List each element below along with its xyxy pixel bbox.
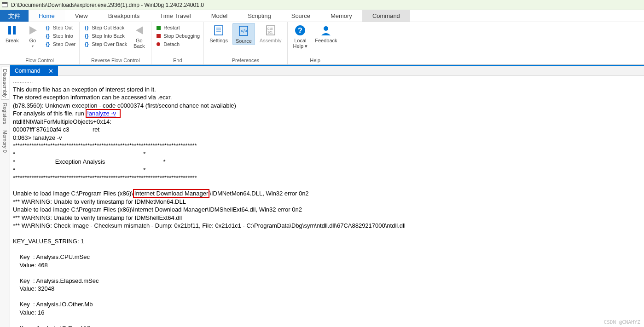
step-over-icon: {} [45,41,51,47]
tab-scripting[interactable]: Scripting [238,10,281,22]
tab-view[interactable]: View [65,10,98,22]
step-out-icon: {} [45,24,51,31]
svg-text:</>: </> [241,29,248,34]
svg-point-17 [324,26,328,31]
step-over-back-icon: {} [83,41,90,47]
command-panel: Command ✕ ............ This dump file ha… [10,65,644,327]
svg-marker-4 [29,26,37,34]
close-icon[interactable]: ✕ [48,68,53,75]
side-tab-strip: Disassembly Registers Memory 0 [0,65,10,327]
source-icon: </> [237,24,250,37]
pause-icon [6,24,18,37]
group-preferences: Settings </> Source 010101 Assembly Pref… [204,22,287,64]
step-over-back-button[interactable]: {}Step Over Back [82,40,128,48]
stop-icon [155,33,162,39]
tab-source[interactable]: Source [281,10,320,22]
svg-text:?: ? [298,27,302,34]
break-button[interactable]: Break [3,23,22,44]
go-back-button[interactable]: Go Back [130,23,148,50]
source-button[interactable]: </> Source [232,23,255,45]
svg-marker-5 [136,26,143,34]
step-into-button[interactable]: {}Step Into [44,32,77,40]
play-back-icon [133,24,145,37]
step-into-back-icon: {} [83,33,90,39]
workspace: Disassembly Registers Memory 0 Command ✕… [0,65,644,327]
ribbon-tabs: 文件 Home View Breakpoints Time Travel Mod… [0,10,644,22]
step-into-icon: {} [45,33,51,39]
stop-debugging-button[interactable]: Stop Debugging [154,32,201,40]
detach-icon [155,41,162,47]
feedback-icon [319,24,332,37]
watermark: CSDN @CNAHYZ [604,319,640,325]
tab-time-travel[interactable]: Time Travel [150,10,201,22]
svg-rect-3 [13,26,16,34]
tab-command[interactable]: Command [362,10,410,22]
step-into-back-button[interactable]: {}Step Into Back [82,32,128,40]
highlight-idm: Internet Download Manager [133,189,209,198]
help-icon: ? [294,24,307,37]
chevron-down-icon: ▾ [32,44,34,48]
restart-icon [155,24,162,31]
command-panel-header: Command ✕ [10,66,644,76]
step-over-button[interactable]: {}Step Over [44,40,77,48]
tab-home[interactable]: Home [29,10,65,22]
tab-model[interactable]: Model [201,10,238,22]
step-out-button[interactable]: {}Step Out [44,24,77,31]
svg-rect-1 [2,2,7,4]
step-out-back-icon: {} [83,24,90,31]
window-title: D:\Documents\Downloads\explorer.exe.2936… [11,2,204,8]
analyze-link[interactable]: !analyze -v [87,110,116,117]
tab-breakpoints[interactable]: Breakpoints [98,10,150,22]
tab-memory[interactable]: Memory [320,10,362,22]
side-tab-registers[interactable]: Registers [1,101,9,126]
group-help: ? Local Help ▾ Feedback Help [288,22,343,64]
title-bar: D:\Documents\Downloads\explorer.exe.2936… [0,0,644,10]
local-help-button[interactable]: ? Local Help ▾ [290,23,311,50]
settings-button[interactable]: Settings [207,23,231,44]
ribbon: Break Go ▾ {}Step Out {}Step Into {}Step… [0,22,644,65]
step-out-back-button[interactable]: {}Step Out Back [82,24,128,31]
side-tab-memory0[interactable]: Memory 0 [1,128,9,155]
tab-file[interactable]: 文件 [0,10,29,22]
assembly-button[interactable]: 010101 Assembly [257,23,284,44]
group-end: Restart Stop Debugging Detach End [151,22,204,64]
restart-button[interactable]: Restart [154,24,201,31]
play-icon [26,24,39,37]
assembly-icon: 010101 [264,24,277,37]
svg-text:010: 010 [267,27,273,30]
settings-icon [212,24,225,37]
svg-rect-2 [8,26,11,34]
command-panel-title: Command [15,68,40,74]
svg-text:101: 101 [267,31,273,34]
command-panel-tab[interactable]: Command ✕ [10,66,58,76]
command-output[interactable]: ............ This dump file has an excep… [10,76,644,327]
app-icon [2,2,8,8]
side-tab-disassembly[interactable]: Disassembly [1,67,9,100]
group-reverse-flow: {}Step Out Back {}Step Into Back {}Step … [80,22,151,64]
svg-rect-6 [215,26,223,35]
go-button[interactable]: Go ▾ [23,23,42,49]
group-flow-control: Break Go ▾ {}Step Out {}Step Into {}Step… [0,22,80,64]
feedback-button[interactable]: Feedback [312,23,340,44]
detach-button[interactable]: Detach [154,40,201,48]
